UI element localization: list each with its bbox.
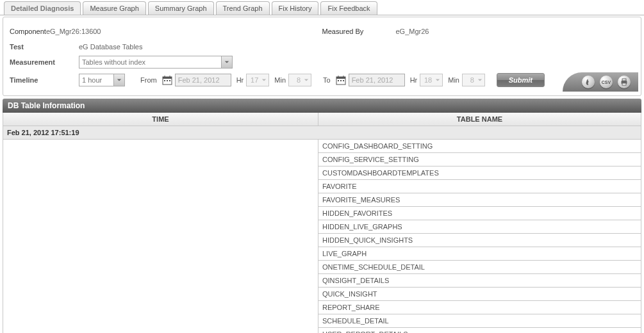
tab-label: Fix History [279, 4, 312, 12]
flame-icon[interactable] [582, 76, 595, 88]
table-row: HIDDEN_FAVORITES [318, 207, 641, 220]
component-value: eG_Mgr26:13600 [46, 28, 101, 35]
tab-fix-feedback[interactable]: Fix Feedback [320, 1, 377, 15]
export-action-bar: CSV [563, 72, 638, 92]
table-row: QUICK_INSIGHT [318, 288, 641, 301]
table-row: SCHEDULE_DETAIL [318, 314, 641, 328]
from-min-select[interactable]: 8 [288, 74, 311, 86]
chevron-down-icon [221, 56, 232, 68]
svg-rect-8 [336, 77, 345, 79]
from-hr-label: Hr [236, 76, 244, 84]
svg-rect-12 [340, 80, 342, 81]
svg-rect-14 [622, 79, 626, 81]
chevron-down-icon [302, 77, 311, 83]
svg-rect-4 [164, 80, 165, 81]
table-row: CONFIG_DASHBOARD_SETTING [318, 140, 641, 153]
to-hr-label: Hr [410, 76, 418, 84]
chevron-down-icon [113, 74, 124, 86]
from-label: From [140, 76, 157, 84]
svg-rect-16 [622, 83, 626, 85]
name-column-body: CONFIG_DASHBOARD_SETTINGCONFIG_SERVICE_S… [318, 140, 641, 333]
measurement-value: Tables without index [79, 58, 148, 66]
tab-detailed-diagnosis[interactable]: Detailed Diagnosis [4, 1, 81, 15]
from-date-input[interactable]: Feb 21, 2012 [175, 74, 231, 86]
table-row: FAVORITE [318, 180, 641, 193]
table-row: REPORT_SHARE [318, 301, 641, 314]
chevron-down-icon [433, 77, 442, 83]
component-label: Component [10, 28, 46, 35]
tab-label: Fix Feedback [327, 4, 370, 12]
measured-by-value: eG_Mgr26 [396, 28, 429, 35]
test-value: eG Database Tables [79, 43, 142, 51]
to-min-select[interactable]: 8 [462, 74, 485, 86]
table-row: LIVE_GRAPH [318, 247, 641, 261]
svg-rect-11 [338, 80, 339, 81]
tab-label: Detailed Diagnosis [11, 4, 74, 12]
from-min-label: Min [274, 76, 286, 84]
svg-rect-13 [343, 80, 344, 81]
table-row: USER_REPORT_DETAILS [318, 328, 641, 333]
svg-rect-5 [167, 80, 168, 81]
tab-fix-history[interactable]: Fix History [272, 1, 319, 15]
table-row: HIDDEN_QUICK_INSIGHTS [318, 234, 641, 247]
filter-panel: Component eG_Mgr26:13600 Measured By eG_… [3, 17, 641, 96]
tab-summary-graph[interactable]: Summary Graph [148, 1, 214, 15]
csv-export-button[interactable]: CSV [600, 76, 613, 88]
test-label: Test [10, 43, 79, 51]
print-icon[interactable] [618, 76, 631, 88]
chevron-down-icon [475, 77, 484, 83]
measurement-label: Measurement [10, 58, 79, 66]
group-time-row: Feb 21, 2012 17:51:19 [3, 126, 641, 140]
to-date-input[interactable]: Feb 21, 2012 [349, 74, 405, 86]
table-row: ONETIME_SCHEDULE_DETAIL [318, 261, 641, 274]
from-hr-select[interactable]: 17 [246, 74, 269, 86]
timeline-value: 1 hour [79, 76, 104, 84]
table-header: TIME TABLE NAME [3, 113, 641, 126]
tab-trend-graph[interactable]: Trend Graph [216, 1, 270, 15]
measured-by-label: Measured By [322, 28, 396, 35]
timeline-label: Timeline [10, 76, 79, 84]
column-time: TIME [3, 113, 318, 126]
table-row: FAVORITE_MEASURES [318, 193, 641, 207]
submit-button[interactable]: Submit [497, 73, 545, 87]
calendar-icon[interactable] [162, 75, 172, 85]
svg-rect-6 [169, 80, 170, 81]
table-row: CUSTOMDASHBOARDTEMPLATES [318, 166, 641, 180]
chevron-down-icon [260, 77, 268, 83]
table-row: QINSIGHT_DETAILS [318, 274, 641, 288]
table-row: HIDDEN_LIVE_GRAPHS [318, 220, 641, 234]
svg-rect-1 [163, 77, 172, 79]
to-label: To [323, 76, 331, 84]
tabs-bar: Detailed DiagnosisMeasure GraphSummary G… [0, 0, 644, 15]
table-row: CONFIG_SERVICE_SETTING [318, 153, 641, 166]
timeline-select[interactable]: 1 hour [79, 74, 125, 86]
db-table: TIME TABLE NAME Feb 21, 2012 17:51:19 CO… [3, 113, 641, 333]
section-title: DB Table Information [3, 99, 641, 113]
tab-label: Measure Graph [90, 4, 138, 12]
tab-label: Summary Graph [155, 4, 207, 12]
to-min-label: Min [448, 76, 459, 84]
calendar-icon[interactable] [336, 75, 346, 85]
measurement-select[interactable]: Tables without index [79, 56, 233, 69]
table-body: CONFIG_DASHBOARD_SETTINGCONFIG_SERVICE_S… [3, 140, 641, 333]
tab-measure-graph[interactable]: Measure Graph [83, 1, 145, 15]
tab-label: Trend Graph [223, 4, 263, 12]
time-column-body [3, 140, 318, 333]
column-name: TABLE NAME [318, 113, 641, 126]
to-hr-select[interactable]: 18 [420, 74, 443, 86]
